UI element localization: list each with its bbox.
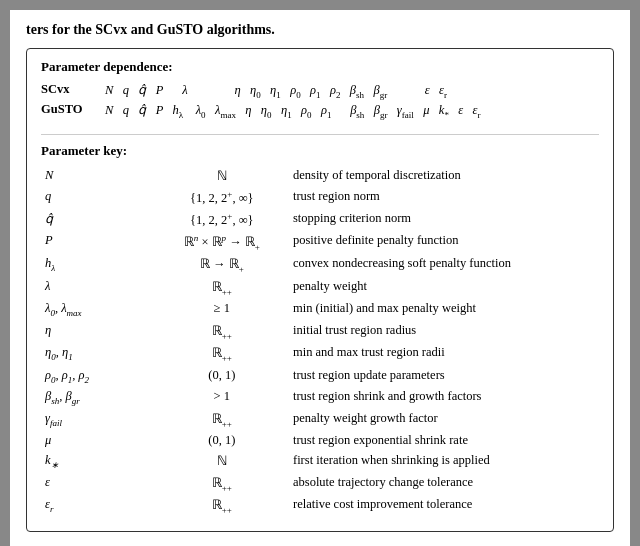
scvx-params: N q q̂ P λ η η0 η1 ρ0 ρ1 ρ2 βsh βgr ε εr — [105, 81, 599, 101]
desc-q: trust region norm — [289, 186, 599, 208]
key-row-epsr: εr ℝ++ relative cost improvement toleran… — [41, 495, 599, 518]
dependence-table: SCvx N q q̂ P λ η η0 η1 ρ0 ρ1 ρ2 βsh βgr… — [41, 81, 599, 120]
symbol-eta01: η0, η1 — [41, 343, 155, 366]
key-row-beta: βsh, βgr > 1 trust region shrink and gro… — [41, 387, 599, 409]
symbol-kstar: k∗ — [41, 451, 155, 473]
desc-mu: trust region exponential shrink rate — [289, 431, 599, 451]
desc-N: density of temporal discretization — [289, 165, 599, 186]
key-row-kstar: k∗ ℕ first iteration when shrinking is a… — [41, 451, 599, 473]
key-row-qhat: q̂ {1, 2, 2+, ∞} stopping criterion norm — [41, 208, 599, 230]
page-container: ters for the SCvx and GuSTO algorithms. … — [10, 10, 630, 546]
desc-beta: trust region shrink and growth factors — [289, 387, 599, 409]
key-row-lambda: λ ℝ++ penalty weight — [41, 276, 599, 299]
domain-qhat: {1, 2, 2+, ∞} — [155, 208, 289, 230]
scvx-label: SCvx — [41, 81, 105, 101]
domain-eps: ℝ++ — [155, 472, 289, 495]
domain-beta: > 1 — [155, 387, 289, 409]
desc-kstar: first iteration when shrinking is applie… — [289, 451, 599, 473]
domain-hlambda: ℝ → ℝ+ — [155, 254, 289, 277]
section-divider — [41, 134, 599, 135]
key-row-N: N ℕ density of temporal discretization — [41, 165, 599, 186]
key-row-q: q {1, 2, 2+, ∞} trust region norm — [41, 186, 599, 208]
desc-qhat: stopping criterion norm — [289, 208, 599, 230]
key-table: N ℕ density of temporal discretization q… — [41, 165, 599, 517]
symbol-mu: μ — [41, 431, 155, 451]
key-row-eta01: η0, η1 ℝ++ min and max trust region radi… — [41, 343, 599, 366]
symbol-lambda0max: λ0, λmax — [41, 299, 155, 321]
symbol-lambda: λ — [41, 276, 155, 299]
key-row-gammafail: γfail ℝ++ penalty weight growth factor — [41, 408, 599, 431]
scvx-row: SCvx N q q̂ P λ η η0 η1 ρ0 ρ1 ρ2 βsh βgr… — [41, 81, 599, 101]
symbol-qhat: q̂ — [41, 208, 155, 230]
symbol-rho: ρ0, ρ1, ρ2 — [41, 365, 155, 387]
domain-eta: ℝ++ — [155, 320, 289, 343]
symbol-q: q — [41, 186, 155, 208]
domain-P: ℝn × ℝp → ℝ+ — [155, 230, 289, 254]
desc-eta01: min and max trust region radii — [289, 343, 599, 366]
desc-epsr: relative cost improvement tolerance — [289, 495, 599, 518]
symbol-gammafail: γfail — [41, 408, 155, 431]
key-row-eps: ε ℝ++ absolute trajectory change toleran… — [41, 472, 599, 495]
key-row-rho: ρ0, ρ1, ρ2 (0, 1) trust region update pa… — [41, 365, 599, 387]
symbol-P: P — [41, 230, 155, 254]
key-row-hlambda: hλ ℝ → ℝ+ convex nondecreasing soft pena… — [41, 254, 599, 277]
key-header: Parameter key: — [41, 143, 599, 159]
gusto-row: GuSTO N q q̂ P hλ λ0 λmax η η0 η1 ρ0 ρ1 … — [41, 101, 599, 121]
key-row-eta: η ℝ++ initial trust region radius — [41, 320, 599, 343]
gusto-params: N q q̂ P hλ λ0 λmax η η0 η1 ρ0 ρ1 βsh βg… — [105, 101, 599, 121]
domain-kstar: ℕ — [155, 451, 289, 473]
desc-eps: absolute trajectory change tolerance — [289, 472, 599, 495]
gusto-label: GuSTO — [41, 101, 105, 121]
domain-mu: (0, 1) — [155, 431, 289, 451]
desc-eta: initial trust region radius — [289, 320, 599, 343]
desc-gammafail: penalty weight growth factor — [289, 408, 599, 431]
key-row-P: P ℝn × ℝp → ℝ+ positive definite penalty… — [41, 230, 599, 254]
page-title: ters for the SCvx and GuSTO algorithms. — [26, 22, 614, 38]
symbol-eta: η — [41, 320, 155, 343]
desc-P: positive definite penalty function — [289, 230, 599, 254]
dependence-header: Parameter dependence: — [41, 59, 599, 75]
domain-eta01: ℝ++ — [155, 343, 289, 366]
key-row-mu: μ (0, 1) trust region exponential shrink… — [41, 431, 599, 451]
domain-lambda: ℝ++ — [155, 276, 289, 299]
domain-lambda0max: ≥ 1 — [155, 299, 289, 321]
symbol-epsr: εr — [41, 495, 155, 518]
symbol-eps: ε — [41, 472, 155, 495]
domain-N: ℕ — [155, 165, 289, 186]
key-row-lambda0max: λ0, λmax ≥ 1 min (initial) and max penal… — [41, 299, 599, 321]
desc-rho: trust region update parameters — [289, 365, 599, 387]
desc-lambda: penalty weight — [289, 276, 599, 299]
domain-q: {1, 2, 2+, ∞} — [155, 186, 289, 208]
desc-hlambda: convex nondecreasing soft penalty functi… — [289, 254, 599, 277]
domain-rho: (0, 1) — [155, 365, 289, 387]
symbol-beta: βsh, βgr — [41, 387, 155, 409]
symbol-hlambda: hλ — [41, 254, 155, 277]
desc-lambda0max: min (initial) and max penalty weight — [289, 299, 599, 321]
symbol-N: N — [41, 165, 155, 186]
domain-gammafail: ℝ++ — [155, 408, 289, 431]
domain-epsr: ℝ++ — [155, 495, 289, 518]
main-box: Parameter dependence: SCvx N q q̂ P λ η … — [26, 48, 614, 532]
